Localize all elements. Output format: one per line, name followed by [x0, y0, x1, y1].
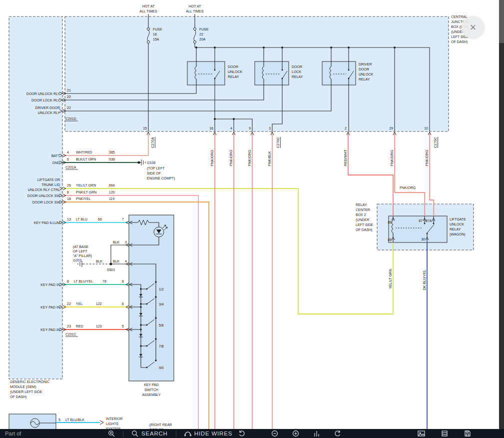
save-button[interactable]: [461, 429, 474, 438]
wire-wht-red: [62, 132, 148, 156]
save-icon: [464, 430, 471, 437]
image-button[interactable]: [415, 429, 428, 438]
pin-4: 4: [230, 126, 232, 130]
wire-name-yel-lt-grn: YEL/LT GRN664: [76, 184, 115, 187]
rcb2-caption: RELAYCENTERBOX 2(UNDERLEFT SIDEOF DASH): [356, 203, 374, 232]
toolbar-file-group: [415, 429, 474, 438]
undo-button[interactable]: [235, 429, 248, 438]
gem-door-lock-rly: DOOR LOCK RLY: [31, 98, 60, 102]
keypad-pin-6: 6: [122, 302, 124, 306]
wire-name-wht-red: WHT/RED385: [76, 150, 115, 154]
wire-label-pnk-org-3: PNK/ORG: [248, 150, 251, 166]
zoom-out-circle-button[interactable]: [268, 429, 281, 438]
gem-gnd: GND: [52, 161, 60, 164]
connector-c201c: C201C: [65, 332, 76, 336]
relay-pin-85: 85: [388, 238, 392, 242]
toolbar-separator: [176, 430, 176, 437]
gem-door-lock-sw: DOOR LOCK SW: [32, 200, 60, 204]
door-lock-relay-box: [255, 62, 289, 85]
keypad-pin-5: 5: [122, 324, 124, 328]
gem-pin-6: 6: [67, 158, 69, 161]
wire-blk3-label: BLK3: [113, 240, 127, 244]
levels-button[interactable]: [310, 429, 323, 438]
wire-name-pnk-yel: PNK/YEL119: [76, 197, 114, 200]
ground-g108: G108(TOP LEFTSIDE OFENGINE COMPT): [147, 161, 175, 180]
keypad-sw-56: 5/6: [159, 324, 164, 327]
gem-pin-13: 13: [67, 218, 71, 221]
wires-icon: [184, 430, 191, 437]
wiring-diagram-viewer: HOT ATALL TIMES HOT ATALL TIMES FUSE1615…: [0, 0, 504, 438]
gem-pin-22b: 22: [67, 302, 71, 306]
gem-pin-20: 20: [67, 95, 71, 98]
pin-15: 15: [143, 126, 147, 130]
gem-pin-4: 4: [67, 150, 69, 154]
wire-name-blk-lt-grn: BLK/LT GRN938: [76, 158, 115, 161]
close-button[interactable]: ×: [462, 16, 485, 39]
wire-name-yel: YEL122: [76, 302, 102, 306]
gem-batt: BATT: [51, 154, 60, 158]
gem-pin-21: 21: [67, 88, 71, 92]
relay-pin-30: 30: [421, 238, 425, 241]
pin-2: 2: [345, 126, 347, 130]
gem-pin-18: 18: [67, 197, 71, 200]
wire-label-pnk-org-2: PNK/ORG: [229, 150, 233, 166]
connector-c201d: C201D: [65, 117, 76, 120]
relay-pin-87: 87: [419, 219, 423, 222]
toolbar-separator: [123, 430, 123, 437]
pin-3: 3: [269, 126, 271, 130]
zoom-in-button[interactable]: [105, 429, 118, 438]
hide-wires-button[interactable]: HIDE WIRES: [181, 429, 235, 438]
ground-g203: (AT BASEOF LEFT"A" PILLAR)G203: [73, 245, 92, 262]
keypad-caption: KEY PADSWITCHASSEMBLY: [142, 383, 161, 396]
wire-name-lt-blu-yel: LT BLU/YEL78: [74, 280, 106, 283]
interior-pin-5: 5: [58, 418, 60, 422]
liftgate-unlock-relay-box: [389, 216, 447, 242]
hide-wires-button-label: HIDE WIRES: [194, 430, 232, 436]
gem-box: [9, 16, 62, 379]
gem-pin-8: 8: [67, 190, 69, 194]
gem-pin-26: 26: [67, 184, 71, 187]
wire-label-pnk-org-h: PNK/ORG: [400, 186, 416, 190]
keypad-sw-78: 7/8: [159, 344, 164, 348]
bottom-toolbar: Part of SEARCH HIDE WIRES: [0, 429, 504, 438]
gem-door-unlock-rly: DOOR UNLOCK RLY: [26, 92, 60, 96]
zoom-in-circle-button[interactable]: [289, 429, 302, 438]
scrollbar-thumb[interactable]: [499, 0, 504, 43]
splice-s501: S501: [107, 268, 115, 272]
keypad-pin-8: 8: [122, 280, 124, 283]
gem-pin-8b: 8: [67, 280, 69, 283]
wire-label-red-wht: RED/WHT: [344, 150, 347, 166]
keypad-pin-7: 7: [122, 218, 124, 221]
wire-label-dk-blu-yel: DK BLU/YEL: [423, 270, 426, 290]
gem-key-pad-in-3: KEY PAD IN: [40, 328, 60, 332]
wire-pnk-org-10: [430, 132, 434, 216]
wire-label-pnk-org-29: PNK/ORG: [390, 150, 394, 166]
connector-c270c-left: C270C: [276, 137, 280, 148]
connector-c270a: C270A: [151, 137, 154, 148]
wire-red-wht-2: [348, 132, 393, 216]
search-button[interactable]: SEARCH: [128, 429, 171, 438]
image-icon: [418, 430, 425, 437]
gem-door-unlock-sw: DOOR UNLOCK SW: [27, 194, 60, 198]
right-rear-location-label: (RIGHT REARSIDE OF: [149, 423, 172, 429]
vertical-scrollbar[interactable]: [499, 0, 504, 429]
gem-key-pad-illum: KEY PAD ILLUM: [34, 221, 60, 224]
wiring-diagram: HOT ATALL TIMES HOT ATALL TIMES FUSE1615…: [0, 0, 504, 429]
rotate-button[interactable]: [331, 429, 344, 438]
interior-lights-label: INTERIORLIGHTSSYSTEM: [106, 417, 122, 429]
gem-pin-23: 23: [67, 324, 71, 328]
gem-key-pad-in-1: KEY PAD IN: [40, 283, 60, 286]
pin-10: 10: [424, 126, 428, 130]
door-unlock-relay-box: [187, 62, 225, 85]
connector-c270c-right: C270C: [434, 137, 437, 148]
close-icon: ×: [470, 21, 477, 34]
pin-9: 9: [249, 126, 251, 130]
relay-pin-87a: 87A: [426, 219, 432, 222]
pin-16: 16: [209, 126, 213, 130]
search-icon: [131, 430, 138, 437]
wire-blk4-label: BLK4: [113, 260, 127, 263]
hot-left-label: HOT ATALL TIMES: [139, 4, 157, 13]
layers-button[interactable]: [438, 429, 451, 438]
undo-icon: [238, 430, 245, 437]
wire-name-lt-blu-blk: LT BLU/BLK: [65, 418, 85, 422]
